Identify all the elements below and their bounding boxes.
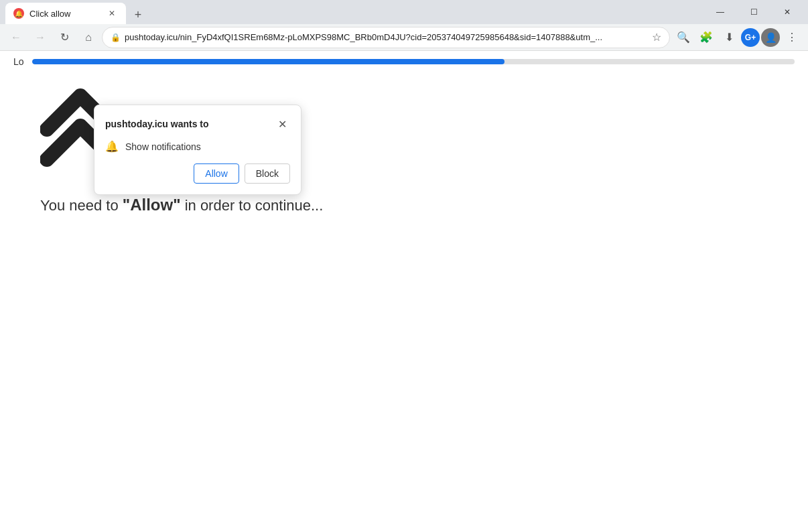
bell-icon: 🔔 bbox=[105, 140, 119, 153]
search-button[interactable]: 🔍 bbox=[673, 27, 694, 48]
message-highlight: "Allow" bbox=[123, 196, 181, 214]
block-button[interactable]: Block bbox=[245, 163, 290, 184]
profile-button[interactable]: G+ bbox=[741, 28, 760, 47]
progress-bar-fill bbox=[32, 59, 505, 64]
home-button[interactable]: ⌂ bbox=[78, 27, 99, 48]
bookmark-icon[interactable]: ☆ bbox=[652, 31, 661, 44]
avatar-button[interactable]: 👤 bbox=[761, 28, 780, 47]
lock-icon: 🔒 bbox=[111, 33, 121, 42]
tab-favicon: 🔔 bbox=[13, 8, 24, 19]
dialog-title: pushtoday.icu wants to bbox=[105, 119, 209, 129]
message-prefix: You need to bbox=[40, 197, 123, 214]
loading-area: Lo bbox=[0, 51, 808, 72]
browser-tab[interactable]: 🔔 Click allow ✕ bbox=[5, 3, 126, 24]
dialog-close-button[interactable]: ✕ bbox=[274, 116, 290, 132]
message-suffix: in order to continue... bbox=[181, 197, 324, 214]
progress-bar-container bbox=[32, 59, 795, 64]
dialog-header: pushtoday.icu wants to ✕ bbox=[105, 116, 290, 132]
download-button[interactable]: ⬇ bbox=[718, 27, 740, 48]
menu-button[interactable]: ⋮ bbox=[781, 27, 803, 48]
page-message: You need to "Allow" in order to continue… bbox=[40, 196, 808, 214]
title-bar: 🔔 Click allow ✕ + — ☐ ✕ bbox=[0, 0, 808, 24]
close-button[interactable]: ✕ bbox=[772, 0, 803, 24]
navigation-bar: ← → ↻ ⌂ 🔒 pushtoday.icu/nin_FyD4xfQI1SRE… bbox=[0, 24, 808, 51]
loading-label: Lo bbox=[13, 56, 24, 67]
minimize-button[interactable]: — bbox=[705, 0, 736, 24]
tab-title: Click allow bbox=[29, 9, 100, 19]
new-tab-button[interactable]: + bbox=[129, 5, 147, 24]
tab-close-button[interactable]: ✕ bbox=[106, 7, 118, 19]
window-controls: — ☐ ✕ bbox=[705, 0, 803, 24]
dialog-permission-row: 🔔 Show notifications bbox=[105, 140, 290, 153]
back-button[interactable]: ← bbox=[5, 27, 27, 48]
page-content: Lo You need to "Allow" in order to conti… bbox=[0, 51, 808, 508]
address-bar[interactable]: 🔒 pushtoday.icu/nin_FyD4xfQI1SREm68Mz-pL… bbox=[102, 27, 670, 48]
nav-actions: 🔍 🧩 ⬇ G+ 👤 ⋮ bbox=[673, 27, 803, 48]
reload-button[interactable]: ↻ bbox=[54, 27, 75, 48]
forward-button[interactable]: → bbox=[29, 27, 51, 48]
extensions-button[interactable]: 🧩 bbox=[695, 27, 717, 48]
permission-dialog: pushtoday.icu wants to ✕ 🔔 Show notifica… bbox=[94, 105, 301, 195]
permission-text: Show notifications bbox=[125, 141, 201, 152]
maximize-button[interactable]: ☐ bbox=[738, 0, 769, 24]
allow-button[interactable]: Allow bbox=[194, 163, 239, 184]
address-text: pushtoday.icu/nin_FyD4xfQI1SREm68Mz-pLoM… bbox=[125, 32, 648, 42]
dialog-buttons: Allow Block bbox=[105, 163, 290, 184]
